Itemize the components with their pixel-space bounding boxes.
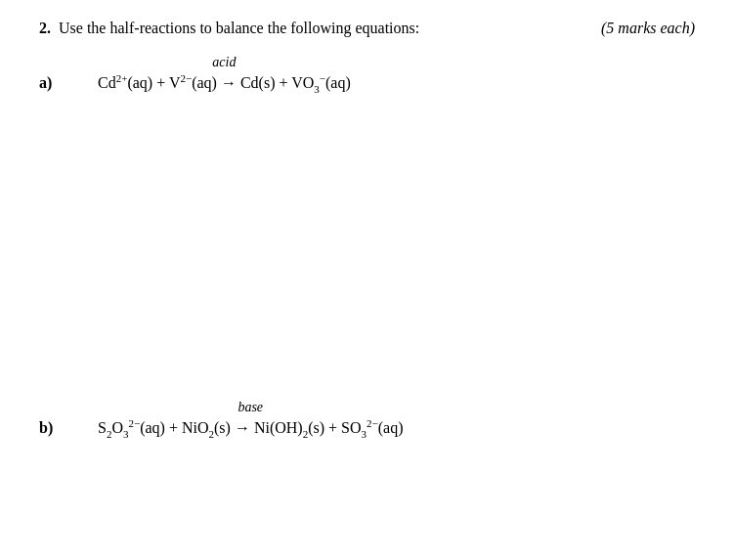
part-a-equation-block: acid Cd2+(aq) + V2−(aq) → Cd(s) + VO3−(a… — [98, 55, 351, 95]
question-number: 2. — [39, 20, 51, 37]
question-number-text: 2. Use the half-reactions to balance the… — [39, 20, 419, 37]
part-b-equation-block: base S2O32−(aq) + NiO2(s) → Ni(OH)2(s) +… — [98, 400, 404, 440]
page: 2. Use the half-reactions to balance the… — [0, 0, 734, 560]
question-header: 2. Use the half-reactions to balance the… — [39, 20, 695, 37]
part-a-equation: Cd2+(aq) + V2−(aq) → Cd(s) + VO3−(aq) — [98, 72, 351, 95]
part-a: a) acid Cd2+(aq) + V2−(aq) → Cd(s) + VO3… — [39, 55, 695, 95]
question-text: Use the half-reactions to balance the fo… — [59, 20, 419, 37]
part-a-condition: acid — [212, 55, 236, 70]
part-b: b) base S2O32−(aq) + NiO2(s) → Ni(OH)2(s… — [39, 400, 695, 440]
part-a-label: a) — [39, 55, 98, 92]
spacer — [39, 107, 695, 400]
part-b-equation: S2O32−(aq) + NiO2(s) → Ni(OH)2(s) + SO32… — [98, 417, 404, 440]
part-b-condition: base — [237, 400, 263, 415]
part-b-label: b) — [39, 400, 98, 437]
marks-label: (5 marks each) — [601, 20, 695, 37]
